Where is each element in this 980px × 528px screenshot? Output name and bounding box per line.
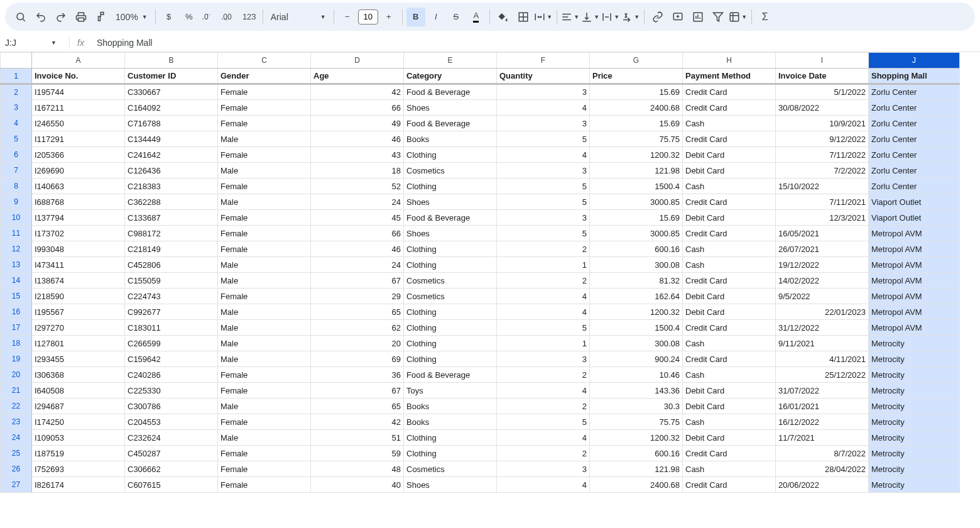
data-cell[interactable]: Male (218, 163, 311, 179)
data-cell[interactable]: 8/7/2022 (776, 446, 869, 461)
data-cell[interactable]: C232624 (125, 430, 218, 446)
functions-button[interactable]: Σ (756, 8, 775, 26)
data-cell[interactable]: 162.64 (590, 289, 683, 304)
redo-icon[interactable] (52, 8, 70, 26)
data-cell[interactable]: 15.69 (590, 84, 683, 100)
row-header[interactable]: 3 (1, 100, 32, 116)
data-cell[interactable]: 5/1/2022 (776, 84, 869, 100)
text-wrap-button[interactable]: ▼ (601, 8, 620, 26)
zoom-dropdown[interactable]: 100%▼ (112, 8, 151, 26)
data-cell[interactable]: 46 (311, 241, 404, 257)
data-cell[interactable]: Female (218, 477, 311, 493)
row-header[interactable]: 10 (1, 210, 32, 226)
horizontal-align-button[interactable]: ▼ (561, 8, 580, 26)
data-cell[interactable]: 15/10/2022 (776, 179, 869, 194)
column-header[interactable]: H (683, 53, 776, 69)
data-cell[interactable]: 2 (497, 446, 590, 461)
data-cell[interactable]: Male (218, 131, 311, 147)
data-cell[interactable]: Debit Card (683, 289, 776, 304)
print-icon[interactable] (72, 8, 90, 26)
data-cell[interactable]: Male (218, 351, 311, 367)
data-cell[interactable]: I640508 (32, 383, 125, 399)
data-cell[interactable]: 4 (497, 100, 590, 116)
merge-cells-button[interactable]: ▼ (534, 8, 553, 26)
data-cell[interactable]: Female (218, 241, 311, 257)
data-cell[interactable]: Female (218, 179, 311, 194)
data-cell[interactable]: C450287 (125, 446, 218, 461)
data-cell[interactable]: I752693 (32, 461, 125, 477)
header-cell[interactable]: Shopping Mall (869, 69, 960, 84)
column-header[interactable]: A (32, 53, 125, 69)
data-cell[interactable]: 900.24 (590, 351, 683, 367)
data-cell[interactable]: 300.08 (590, 336, 683, 351)
data-cell[interactable]: Metrocity (869, 351, 960, 367)
data-cell[interactable]: Male (218, 257, 311, 273)
data-cell[interactable]: 300.08 (590, 257, 683, 273)
data-cell[interactable]: C183011 (125, 320, 218, 336)
data-cell[interactable]: Metrocity (869, 383, 960, 399)
data-cell[interactable]: Metropol AVM (869, 304, 960, 320)
data-cell[interactable]: 18 (311, 163, 404, 179)
data-cell[interactable]: Male (218, 430, 311, 446)
data-cell[interactable]: 4 (497, 477, 590, 493)
data-cell[interactable]: 2 (497, 241, 590, 257)
data-cell[interactable]: Shoes (404, 226, 497, 241)
data-cell[interactable]: Metropol AVM (869, 320, 960, 336)
data-cell[interactable]: 20/06/2022 (776, 477, 869, 493)
data-cell[interactable]: I117291 (32, 131, 125, 147)
data-cell[interactable]: 69 (311, 351, 404, 367)
data-cell[interactable]: Shoes (404, 477, 497, 493)
data-cell[interactable]: 16/05/2021 (776, 226, 869, 241)
data-cell[interactable]: Food & Beverage (404, 84, 497, 100)
row-header[interactable]: 23 (1, 414, 32, 430)
data-cell[interactable]: Shoes (404, 100, 497, 116)
data-cell[interactable]: Clothing (404, 336, 497, 351)
data-cell[interactable]: Cash (683, 179, 776, 194)
data-cell[interactable]: I993048 (32, 241, 125, 257)
data-cell[interactable]: C607615 (125, 477, 218, 493)
data-cell[interactable]: 9/5/2022 (776, 289, 869, 304)
data-cell[interactable]: 24 (311, 257, 404, 273)
data-cell[interactable]: 25/12/2022 (776, 367, 869, 383)
data-cell[interactable]: Credit Card (683, 273, 776, 289)
data-cell[interactable]: 7/2/2022 (776, 163, 869, 179)
header-cell[interactable]: Price (590, 69, 683, 84)
data-cell[interactable]: Debit Card (683, 399, 776, 414)
data-cell[interactable]: 59 (311, 446, 404, 461)
data-cell[interactable]: 81.32 (590, 273, 683, 289)
data-cell[interactable]: Viaport Outlet (869, 194, 960, 210)
data-cell[interactable]: Zorlu Center (869, 131, 960, 147)
data-cell[interactable]: C992677 (125, 304, 218, 320)
formula-bar[interactable]: Shopping Mall (97, 38, 980, 48)
data-cell[interactable]: I269690 (32, 163, 125, 179)
data-cell[interactable]: Shoes (404, 194, 497, 210)
data-cell[interactable]: 66 (311, 226, 404, 241)
data-cell[interactable]: Clothing (404, 304, 497, 320)
data-cell[interactable]: 67 (311, 383, 404, 399)
row-header[interactable]: 27 (1, 477, 32, 493)
data-cell[interactable]: I195744 (32, 84, 125, 100)
data-cell[interactable]: 20 (311, 336, 404, 351)
data-cell[interactable]: Cash (683, 414, 776, 430)
data-cell[interactable]: C988172 (125, 226, 218, 241)
data-cell[interactable]: 75.75 (590, 414, 683, 430)
header-cell[interactable]: Quantity (497, 69, 590, 84)
insert-link-button[interactable] (648, 8, 667, 26)
data-cell[interactable]: Credit Card (683, 477, 776, 493)
data-cell[interactable]: Metrocity (869, 477, 960, 493)
data-cell[interactable]: 3000.85 (590, 226, 683, 241)
data-cell[interactable]: 24 (311, 194, 404, 210)
row-header[interactable]: 5 (1, 131, 32, 147)
data-cell[interactable]: 3 (497, 461, 590, 477)
data-cell[interactable]: Debit Card (683, 304, 776, 320)
data-cell[interactable]: Clothing (404, 257, 497, 273)
data-cell[interactable]: Clothing (404, 320, 497, 336)
data-cell[interactable]: 2 (497, 367, 590, 383)
row-header[interactable]: 24 (1, 430, 32, 446)
data-cell[interactable]: Credit Card (683, 226, 776, 241)
data-cell[interactable]: C240286 (125, 367, 218, 383)
data-cell[interactable]: Female (218, 289, 311, 304)
data-cell[interactable]: 1200.32 (590, 147, 683, 163)
data-cell[interactable]: Female (218, 84, 311, 100)
data-cell[interactable]: Metropol AVM (869, 257, 960, 273)
